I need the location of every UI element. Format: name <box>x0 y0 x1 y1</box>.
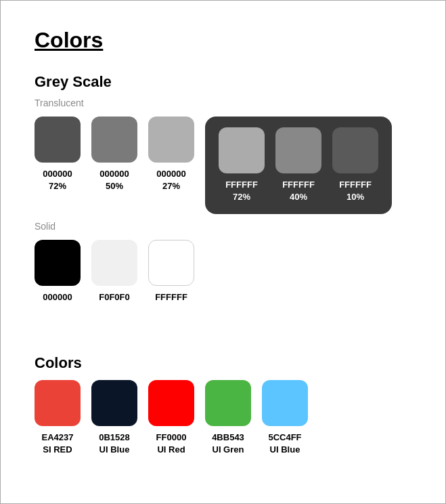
swatch-label: F0F0F0 <box>99 291 130 303</box>
dark-panel: FFFFFF72% FFFFFF40% FFFFFF10% <box>205 117 392 214</box>
swatch-4bb543 <box>205 380 251 426</box>
swatch-item: 00000027% <box>148 117 194 192</box>
colors-swatches: EA4237SI RED 0B1528UI Blue FF0000UI Red … <box>35 380 411 456</box>
swatch-item: 0B1528UI Blue <box>91 380 137 456</box>
swatch-label: 00000072% <box>43 168 72 192</box>
swatch-label-dark: FFFFFF10% <box>339 179 372 203</box>
solid-label: Solid <box>35 221 411 232</box>
translucent-label: Translucent <box>35 98 411 108</box>
page-title: Colors <box>35 28 411 53</box>
swatch-item: 5CC4FFUI Blue <box>262 380 308 456</box>
grey-scale-section: Grey Scale Translucent 00000072% 0000005… <box>35 73 411 304</box>
swatch-label: 5CC4FFUI Blue <box>268 432 301 456</box>
swatch-item: 00000050% <box>91 117 137 192</box>
divider <box>35 320 411 334</box>
swatch-label: FFFFFF <box>155 291 187 303</box>
swatch-item: 4BB543UI Gren <box>205 380 251 456</box>
grey-scale-title: Grey Scale <box>35 73 411 91</box>
swatch-item: 00000072% <box>35 117 81 192</box>
swatch-ffffff-10 <box>332 127 378 173</box>
swatch-ffffff-40 <box>275 127 321 173</box>
swatch-ea4237 <box>35 380 81 426</box>
swatch-ffffff-72 <box>219 127 265 173</box>
swatch-ffffff <box>148 240 194 286</box>
swatch-label-dark: FFFFFF72% <box>225 179 258 203</box>
swatch-black <box>35 240 81 286</box>
swatch-item-dark: FFFFFF72% <box>219 127 265 203</box>
swatch-item: FF0000UI Red <box>148 380 194 456</box>
swatch-item: EA4237SI RED <box>35 380 81 456</box>
swatch-label: 00000050% <box>99 168 129 192</box>
swatch-5cc4ff <box>262 380 308 426</box>
swatch-f0f0f0 <box>91 240 137 286</box>
translucent-swatches: 00000072% 00000050% 00000027% <box>35 117 194 192</box>
swatch-ff0000 <box>148 380 194 426</box>
solid-swatches: 000000 F0F0F0 FFFFFF <box>35 240 411 303</box>
swatch-item: 000000 <box>35 240 81 303</box>
swatch-label: 0B1528UI Blue <box>99 432 130 456</box>
translucent-row: 00000072% 00000050% 00000027% F <box>35 117 411 214</box>
solid-section: Solid 000000 F0F0F0 FFFFFF <box>35 221 411 303</box>
swatch-item-dark: FFFFFF40% <box>275 127 321 203</box>
swatch-label-dark: FFFFFF40% <box>282 179 315 203</box>
swatch-item: FFFFFF <box>148 240 194 303</box>
swatch-label: EA4237SI RED <box>42 432 74 456</box>
swatch-000000-50 <box>91 117 137 163</box>
swatch-000000-27 <box>148 117 194 163</box>
swatch-item-dark: FFFFFF10% <box>332 127 378 203</box>
colors-title: Colors <box>35 354 411 372</box>
swatch-label: 000000 <box>43 291 72 303</box>
swatch-0b1528 <box>91 380 137 426</box>
swatch-label: FF0000UI Red <box>156 432 187 456</box>
swatch-000000-72 <box>35 117 81 163</box>
colors-section: Colors EA4237SI RED 0B1528UI Blue FF0000… <box>35 354 411 456</box>
swatch-label: 4BB543UI Gren <box>212 432 244 456</box>
swatch-item: F0F0F0 <box>91 240 137 303</box>
page-container: Colors Grey Scale Translucent 00000072% … <box>0 0 446 504</box>
swatch-label: 00000027% <box>156 168 185 192</box>
